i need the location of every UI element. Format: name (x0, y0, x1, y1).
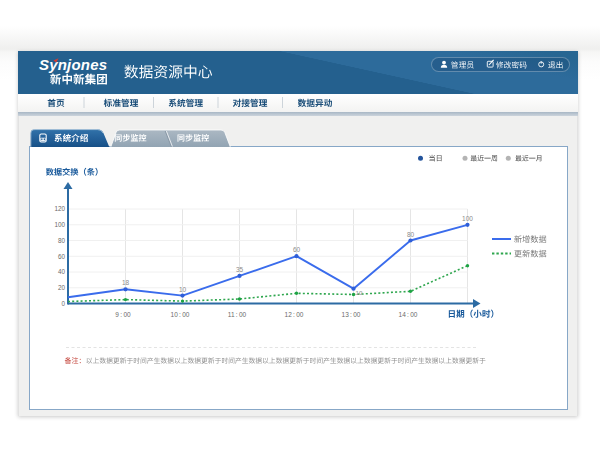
svg-text:100: 100 (54, 221, 65, 228)
svg-text:35: 35 (236, 266, 244, 273)
svg-text:10 : 00: 10 : 00 (171, 311, 190, 318)
svg-text:10: 10 (179, 286, 187, 293)
svg-text:100: 100 (462, 215, 473, 222)
svg-text:20: 20 (58, 284, 66, 291)
svg-text:9 : 00: 9 : 00 (115, 311, 131, 318)
svg-text:14 : 00: 14 : 00 (399, 311, 418, 318)
svg-text:120: 120 (54, 205, 65, 212)
svg-text:60: 60 (58, 253, 66, 260)
svg-text:40: 40 (58, 268, 66, 275)
svg-text:12 : 00: 12 : 00 (285, 311, 304, 318)
svg-text:80: 80 (407, 231, 415, 238)
svg-text:80: 80 (58, 237, 66, 244)
svg-text:60: 60 (293, 246, 301, 253)
svg-text:18: 18 (122, 279, 130, 286)
svg-text:13 : 00: 13 : 00 (342, 311, 361, 318)
svg-text:10: 10 (356, 289, 363, 296)
svg-text:0: 0 (61, 300, 65, 307)
svg-text:11 : 00: 11 : 00 (228, 311, 247, 318)
